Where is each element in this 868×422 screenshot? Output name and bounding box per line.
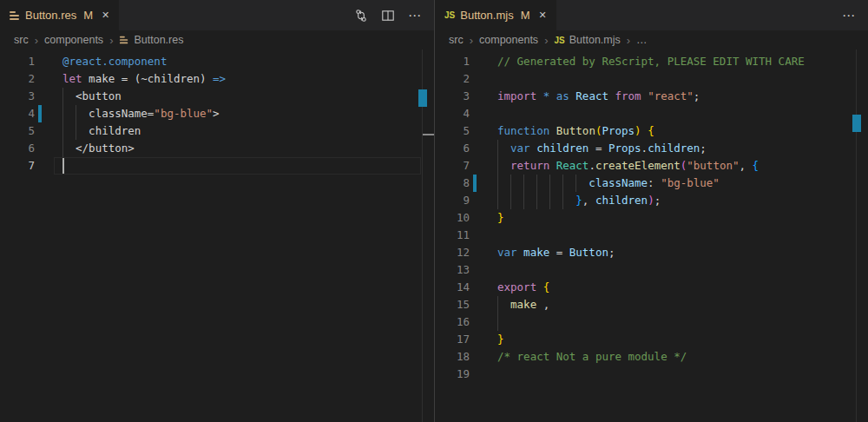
breadcrumb-item-symbol[interactable]: … bbox=[636, 34, 648, 46]
line-number[interactable]: 1 bbox=[0, 53, 35, 70]
code-line[interactable]: 3 <button bbox=[0, 88, 434, 105]
ruler-cursor-marker bbox=[423, 134, 434, 135]
indent-guide bbox=[62, 105, 63, 122]
line-number[interactable]: 4 bbox=[435, 105, 470, 122]
indent-guide bbox=[562, 175, 563, 192]
close-icon[interactable]: ✕ bbox=[539, 10, 547, 21]
vscode-window: Button.res M ✕ bbox=[0, 0, 868, 422]
indent-guide bbox=[76, 105, 76, 122]
line-number[interactable]: 6 bbox=[0, 140, 35, 157]
breadcrumb-item-file[interactable]: Button.res bbox=[119, 34, 183, 46]
indent-guide bbox=[497, 157, 498, 175]
indent-guide bbox=[549, 175, 550, 192]
more-actions-icon[interactable]: ⋯ bbox=[408, 8, 422, 23]
line-number[interactable]: 7 bbox=[435, 157, 470, 175]
code-line[interactable]: 15 make , bbox=[435, 296, 868, 313]
line-number[interactable]: 6 bbox=[435, 140, 470, 157]
code-line[interactable]: 14export { bbox=[435, 279, 868, 296]
indent-guide bbox=[497, 140, 498, 157]
indent-guide bbox=[76, 122, 76, 140]
code-text: <button bbox=[62, 88, 420, 105]
code-line[interactable]: 1// Generated by ReScript, PLEASE EDIT W… bbox=[435, 53, 868, 70]
breadcrumb-item-components[interactable]: components bbox=[479, 34, 538, 46]
open-changes-icon[interactable] bbox=[354, 9, 368, 23]
code-line[interactable]: 19 bbox=[435, 366, 868, 383]
code-line[interactable]: 3import * as React from "react"; bbox=[435, 88, 868, 105]
line-number[interactable]: 10 bbox=[435, 209, 470, 227]
line-number[interactable]: 11 bbox=[435, 227, 470, 244]
code-line[interactable]: 7 bbox=[0, 157, 434, 175]
code-line[interactable]: 10} bbox=[435, 209, 868, 227]
line-number[interactable]: 2 bbox=[0, 70, 35, 88]
line-number[interactable]: 14 bbox=[435, 279, 470, 296]
indent-guide bbox=[536, 192, 537, 209]
tab-bar-left: Button.res M ✕ bbox=[0, 0, 434, 30]
breadcrumb-item-file[interactable]: JS Button.mjs bbox=[554, 34, 620, 46]
code-text: return React.createElement("button", { bbox=[497, 157, 854, 175]
line-number[interactable]: 13 bbox=[435, 261, 470, 279]
rescript-file-icon bbox=[10, 11, 20, 20]
code-text: </button> bbox=[62, 140, 420, 157]
tab-button-mjs[interactable]: JS Button.mjs M ✕ bbox=[435, 0, 556, 30]
line-number[interactable]: 18 bbox=[435, 348, 470, 366]
code-text bbox=[497, 261, 854, 279]
code-line[interactable]: 11 bbox=[435, 227, 868, 244]
code-text: className="bg-blue"> bbox=[62, 105, 420, 122]
breadcrumb-file-label: Button.mjs bbox=[569, 34, 621, 46]
code-line[interactable]: 8 className: "bg-blue" bbox=[435, 175, 868, 192]
line-number[interactable]: 9 bbox=[435, 192, 470, 209]
breadcrumb-item-src[interactable]: src bbox=[14, 34, 29, 46]
code-line[interactable]: 1@react.component bbox=[0, 53, 434, 70]
code-line[interactable]: 4 bbox=[435, 105, 868, 122]
code-editor-rescript[interactable]: 1@react.component2let make = (~children)… bbox=[0, 49, 434, 422]
code-line[interactable]: 5 children bbox=[0, 122, 434, 140]
line-number[interactable]: 5 bbox=[435, 122, 470, 140]
line-number[interactable]: 3 bbox=[435, 88, 470, 105]
split-editor-icon[interactable] bbox=[381, 9, 395, 23]
breadcrumb-right: src › components › JS Button.mjs › … bbox=[435, 30, 868, 49]
code-line[interactable]: 6 var children = Props.children; bbox=[435, 140, 868, 157]
line-number[interactable]: 19 bbox=[435, 366, 470, 383]
line-number[interactable]: 3 bbox=[0, 88, 35, 105]
line-number[interactable]: 2 bbox=[435, 70, 470, 88]
line-number[interactable]: 1 bbox=[435, 53, 470, 70]
code-text: children bbox=[62, 122, 420, 140]
tab-button-res[interactable]: Button.res M ✕ bbox=[0, 0, 119, 30]
indent-guide bbox=[510, 192, 511, 209]
code-line[interactable]: 18/* react Not a pure module */ bbox=[435, 348, 868, 366]
line-number[interactable]: 4 bbox=[0, 105, 35, 122]
code-line[interactable]: 5function Button(Props) { bbox=[435, 122, 868, 140]
indent-guide bbox=[62, 140, 63, 157]
code-line[interactable]: 7 return React.createElement("button", { bbox=[435, 157, 868, 175]
line-number[interactable]: 16 bbox=[435, 313, 470, 331]
line-number[interactable]: 17 bbox=[435, 331, 470, 348]
code-line[interactable]: 2let make = (~children) => bbox=[0, 70, 434, 88]
code-line[interactable]: 6 </button> bbox=[0, 140, 434, 157]
line-number[interactable]: 7 bbox=[0, 157, 35, 175]
javascript-file-icon: JS bbox=[444, 10, 455, 20]
more-actions-icon[interactable]: ⋯ bbox=[842, 8, 856, 23]
git-modified-badge: M bbox=[83, 9, 93, 22]
overview-ruler-right[interactable] bbox=[856, 49, 868, 422]
code-line[interactable]: 16 bbox=[435, 313, 868, 331]
code-line[interactable]: 17} bbox=[435, 331, 868, 348]
breadcrumb-item-components[interactable]: components bbox=[44, 34, 103, 46]
breadcrumb-separator: › bbox=[470, 34, 473, 47]
indent-guide bbox=[523, 175, 524, 192]
gutter-modified-indicator bbox=[38, 105, 42, 122]
indent-guide bbox=[497, 175, 498, 192]
line-number[interactable]: 15 bbox=[435, 296, 470, 313]
code-editor-javascript[interactable]: 1// Generated by ReScript, PLEASE EDIT W… bbox=[435, 49, 868, 422]
breadcrumb-item-src[interactable]: src bbox=[449, 34, 464, 46]
line-number[interactable]: 12 bbox=[435, 244, 470, 261]
code-text bbox=[497, 105, 854, 122]
close-icon[interactable]: ✕ bbox=[102, 10, 109, 21]
overview-ruler-left[interactable] bbox=[422, 49, 434, 422]
line-number[interactable]: 8 bbox=[435, 175, 470, 192]
code-line[interactable]: 12var make = Button; bbox=[435, 244, 868, 261]
code-line[interactable]: 13 bbox=[435, 261, 868, 279]
code-line[interactable]: 2 bbox=[435, 70, 868, 88]
code-line[interactable]: 9 }, children); bbox=[435, 192, 868, 209]
line-number[interactable]: 5 bbox=[0, 122, 35, 140]
code-line[interactable]: 4 className="bg-blue"> bbox=[0, 105, 434, 122]
